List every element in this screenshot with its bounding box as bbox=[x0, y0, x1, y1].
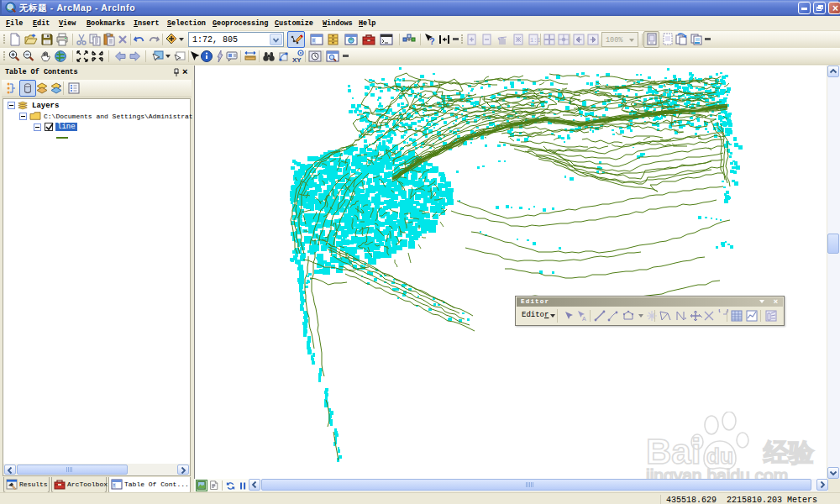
svg-text:1:1: 1:1 bbox=[530, 37, 540, 44]
svg-text:XY: XY bbox=[292, 56, 302, 63]
svg-text:A: A bbox=[582, 316, 586, 322]
svg-text:经验: 经验 bbox=[763, 440, 814, 469]
svg-text:?: ? bbox=[429, 36, 435, 46]
